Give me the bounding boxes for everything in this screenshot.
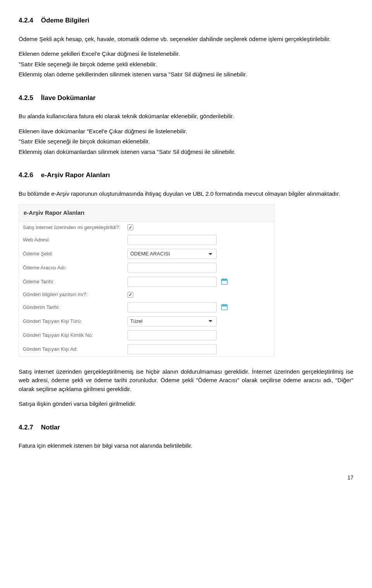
svg-rect-1: [222, 279, 227, 281]
select-odeme-sekli[interactable]: ÖDEME ARACISI: [127, 249, 217, 259]
p426-1: Bu bölümde e-Arşiv raporunun oluşturulma…: [19, 190, 353, 198]
svg-rect-6: [223, 303, 224, 305]
p425-3: "Satır Ekle seçeneği ile birçok doküman …: [19, 137, 353, 146]
label-tasiyan-turu: Gönderi Taşıyan Kişi Türü:: [23, 317, 127, 325]
p424-2: Eklenen ödeme şekilleri Excel'e Çıkar dü…: [19, 50, 353, 59]
p424-4: Eklenmiş olan ödeme şekillerinden silinm…: [19, 70, 353, 79]
section-424: 4.2.4Ödeme Bilgileri Ödeme Şekli açık he…: [19, 16, 353, 79]
svg-rect-5: [222, 305, 227, 306]
svg-rect-7: [226, 303, 226, 305]
input-odeme-tarihi[interactable]: [127, 277, 217, 287]
heading-426-num: 4.2.6: [19, 170, 33, 180]
section-425: 4.2.5İlave Dokümanlar Bu alanda kullanıc…: [19, 93, 353, 157]
p426-3: Satışa ilişkin gönderi varsa bilgileri g…: [19, 400, 353, 409]
heading-425-title: İlave Dokümanlar: [41, 94, 96, 102]
heading-424: 4.2.4Ödeme Bilgileri: [19, 16, 353, 26]
input-araci-adi[interactable]: [127, 263, 217, 273]
heading-424-num: 4.2.4: [19, 16, 33, 26]
label-tasiyan-ad: Gönderi Taşıyan Kişi Ad:: [23, 345, 127, 353]
heading-427: 4.2.7Notlar: [19, 422, 353, 433]
p426-2: Satış internet üzerinden gerçekleştirilm…: [19, 367, 353, 394]
input-web[interactable]: [127, 235, 217, 245]
heading-427-num: 4.2.7: [19, 422, 33, 433]
p425-2: Eklenen ilave dokümanlar "Excel'e Çıkar …: [19, 127, 353, 136]
p424-3: "Satır Ekle seçeneği ile birçok ödeme şe…: [19, 60, 353, 69]
svg-rect-3: [226, 278, 226, 280]
select-tasiyan-turu-value: Tüzel: [130, 317, 143, 325]
label-araci-adi: Ödeme Aracısı Adı:: [23, 264, 127, 272]
select-odeme-sekli-value: ÖDEME ARACISI: [130, 250, 170, 258]
section-427: 4.2.7Notlar Fatura için eklenmek istenen…: [19, 422, 353, 450]
input-gonderim-tarihi[interactable]: [127, 302, 217, 312]
label-gonderim-tarihi: Gönderim Tarihi:: [23, 303, 127, 311]
label-odeme-sekli: Ödeme Şekli:: [23, 250, 127, 258]
chevron-down-icon: [208, 320, 212, 322]
row-gonderim-tarihi: Gönderim Tarihi:: [19, 300, 274, 314]
earsiv-form-header: e-Arşiv Rapor Alanları: [19, 205, 274, 222]
label-web: Web Adresi:: [23, 236, 127, 244]
label-tasiyan-kimlik: Gönderi Taşıyan Kişi Kimlik No:: [23, 331, 127, 339]
row-internet: Satış internet üzerinden mi gerçekleştir…: [19, 222, 274, 233]
heading-424-title: Ödeme Bilgileri: [41, 17, 90, 24]
p427-1: Fatura için eklenmek istenen bir bilgi v…: [19, 441, 353, 450]
heading-425-num: 4.2.5: [19, 93, 33, 103]
section-426: 4.2.6e-Arşiv Rapor Alanları Bu bölümde e…: [19, 170, 353, 409]
row-tasiyan-kimlik: Gönderi Taşıyan Kişi Kimlik No:: [19, 328, 274, 342]
select-tasiyan-turu[interactable]: Tüzel: [127, 316, 217, 326]
earsiv-form-panel: e-Arşiv Rapor Alanları Satış internet üz…: [19, 204, 274, 357]
chevron-down-icon: [208, 253, 212, 255]
heading-426: 4.2.6e-Arşiv Rapor Alanları: [19, 170, 353, 180]
row-gonderi-yazilsin: Gönderi bilgileri yazılsın mı?:: [19, 289, 274, 300]
heading-427-title: Notlar: [41, 424, 60, 431]
p425-4: Eklenmiş olan dokümanlardan silinmek ist…: [19, 148, 353, 157]
row-tasiyan-ad: Gönderi Taşıyan Kişi Ad:: [19, 342, 274, 356]
heading-426-title: e-Arşiv Rapor Alanları: [41, 171, 110, 179]
page-number: 17: [19, 474, 353, 482]
label-gonderi-yazilsin: Gönderi bilgileri yazılsın mı?:: [23, 291, 127, 298]
row-web: Web Adresi:: [19, 233, 274, 247]
calendar-icon[interactable]: [220, 278, 228, 285]
checkbox-internet[interactable]: [127, 224, 133, 230]
p424-1: Ödeme Şekli açık hesap, çek, havale, oto…: [19, 35, 353, 44]
label-internet: Satış internet üzerinden mi gerçekleştir…: [23, 224, 127, 231]
p425-1: Bu alanda kullanıcılara fatura eki olara…: [19, 112, 353, 121]
input-tasiyan-kimlik[interactable]: [127, 330, 217, 340]
row-odeme-tarihi: Ödeme Tarihi:: [19, 275, 274, 289]
calendar-icon[interactable]: [220, 303, 228, 311]
row-tasiyan-turu: Gönderi Taşıyan Kişi Türü: Tüzel: [19, 314, 274, 328]
heading-425: 4.2.5İlave Dokümanlar: [19, 93, 353, 103]
svg-rect-2: [223, 278, 224, 280]
checkbox-gonderi-yazilsin[interactable]: [127, 292, 133, 298]
label-odeme-tarihi: Ödeme Tarihi:: [23, 278, 127, 286]
row-araci-adi: Ödeme Aracısı Adı:: [19, 261, 274, 275]
input-tasiyan-ad[interactable]: [127, 344, 217, 354]
row-odeme-sekli: Ödeme Şekli: ÖDEME ARACISI: [19, 247, 274, 261]
